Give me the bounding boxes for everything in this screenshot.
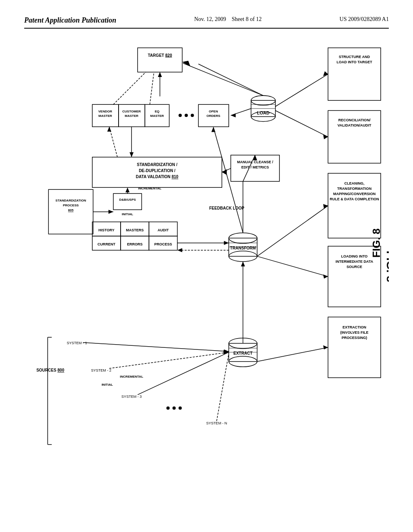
svg-marker-57 <box>129 152 133 157</box>
svg-text:PROCESS: PROCESS <box>154 242 172 246</box>
svg-text:INITIAL: INITIAL <box>102 383 113 387</box>
svg-marker-23 <box>158 72 162 77</box>
svg-text:RECONCILIATION/: RECONCILIATION/ <box>338 118 371 122</box>
svg-line-49 <box>150 73 154 104</box>
svg-text:HISTORY: HISTORY <box>98 228 115 232</box>
svg-text:VALIDATION/AUDIT: VALIDATION/AUDIT <box>338 123 371 127</box>
svg-line-140 <box>257 347 328 362</box>
figure-label: FIG. 8 <box>370 229 383 258</box>
svg-text:MASTERS: MASTERS <box>126 228 144 232</box>
svg-marker-77 <box>108 210 113 214</box>
svg-text:ERRORS: ERRORS <box>127 242 143 246</box>
svg-text:SOURCE: SOURCE <box>346 265 362 269</box>
svg-text:CUSTOMER: CUSTOMER <box>122 110 141 113</box>
svg-point-42 <box>179 114 182 117</box>
svg-line-136 <box>257 206 328 256</box>
svg-text:MASTER: MASTER <box>98 114 112 118</box>
svg-point-43 <box>185 114 188 117</box>
svg-point-112 <box>179 407 182 410</box>
svg-text:STRUCTURE AND: STRUCTURE AND <box>339 55 370 59</box>
svg-text:SYSTEM - N: SYSTEM - N <box>206 421 227 425</box>
svg-line-48 <box>113 72 146 104</box>
svg-text:CURRENT: CURRENT <box>98 242 116 246</box>
svg-text:TRANSFORMATION: TRANSFORMATION <box>337 187 371 191</box>
svg-point-110 <box>167 407 170 410</box>
svg-marker-129 <box>241 262 245 266</box>
svg-text:EXTRACT: EXTRACT <box>234 351 253 355</box>
svg-marker-141 <box>323 345 328 349</box>
publication-date: Nov. 12, 2009 <box>194 16 226 22</box>
svg-text:STANDARDIZATION: STANDARDIZATION <box>56 199 86 202</box>
svg-text:STANDARDIZATION /: STANDARDIZATION / <box>137 162 177 167</box>
publication-number: US 2009/0282089 A1 <box>340 16 389 23</box>
svg-text:SYSTEM - 3: SYSTEM - 3 <box>121 395 142 399</box>
svg-point-44 <box>191 114 194 117</box>
svg-text:INCREMENTAL: INCREMENTAL <box>120 375 143 378</box>
svg-text:LOAD: LOAD <box>257 110 269 115</box>
svg-text:MASTER: MASTER <box>150 114 164 118</box>
svg-marker-131 <box>211 127 215 132</box>
page: Patent Application Publication Nov. 12, … <box>0 0 413 532</box>
svg-line-122 <box>83 343 229 351</box>
svg-text:OPEN: OPEN <box>209 110 218 113</box>
svg-line-127 <box>217 353 229 421</box>
svg-line-32 <box>183 63 263 96</box>
svg-text:INITIAL: INITIAL <box>122 212 133 216</box>
publication-sheet: Sheet 8 of 12 <box>232 16 262 22</box>
svg-text:EDIT / METRICS: EDIT / METRICS <box>241 165 269 169</box>
svg-line-30 <box>198 64 263 96</box>
svg-text:SOURCES 800: SOURCES 800 <box>36 368 65 372</box>
svg-text:805: 805 <box>68 208 74 212</box>
diagram-area: STRUCTURE AND LOAD INTO TARGET RECONCILI… <box>24 33 389 500</box>
publication-date-sheet: Nov. 12, 2009 Sheet 8 of 12 <box>194 16 261 23</box>
svg-text:DATA VALDATION 810: DATA VALDATION 810 <box>136 175 179 179</box>
publication-title: Patent Application Publication <box>24 16 116 25</box>
svg-text:MASTER: MASTER <box>125 114 138 118</box>
svg-text:MANUAL CLEANSE /: MANUAL CLEANSE / <box>237 160 273 164</box>
svg-text:FIG. 8: FIG. 8 <box>384 251 389 282</box>
svg-text:EXTRACTION: EXTRACTION <box>342 325 366 329</box>
page-header: Patent Application Publication Nov. 12, … <box>24 16 389 29</box>
svg-text:SYSTEM - 1: SYSTEM - 1 <box>67 341 87 345</box>
svg-marker-51 <box>231 113 236 117</box>
svg-text:D&B/USPS: D&B/USPS <box>119 198 136 202</box>
svg-text:MAPPING/CONVERSION: MAPPING/CONVERSION <box>333 192 375 196</box>
svg-line-134 <box>275 110 328 137</box>
svg-text:LOADING INTO: LOADING INTO <box>341 254 368 258</box>
figure-8-svg: STRUCTURE AND LOAD INTO TARGET RECONCILI… <box>24 33 389 500</box>
svg-text:INTERMEDIATE DATA: INTERMEDIATE DATA <box>336 260 373 264</box>
svg-marker-71 <box>125 187 129 192</box>
svg-text:VENDOR: VENDOR <box>98 110 113 113</box>
svg-text:PROCESS: PROCESS <box>63 204 79 207</box>
svg-text:CLEANING,: CLEANING, <box>344 181 365 185</box>
svg-text:ORDERS: ORDERS <box>206 114 221 118</box>
svg-line-130 <box>213 127 243 233</box>
svg-marker-102 <box>177 248 182 252</box>
svg-line-132 <box>275 74 328 106</box>
svg-text:DE-DUPLICATION /: DE-DUPLICATION / <box>139 168 175 173</box>
svg-text:TRANSFORM: TRANSFORM <box>230 246 256 250</box>
svg-text:AUDIT: AUDIT <box>158 228 169 232</box>
svg-text:TARGET 820: TARGET 820 <box>148 53 172 58</box>
svg-marker-135 <box>323 135 328 139</box>
svg-text:SYSTEM - 2: SYSTEM - 2 <box>91 368 111 372</box>
svg-text:LOAD INTO TARGET: LOAD INTO TARGET <box>336 60 372 64</box>
svg-text:EQ: EQ <box>155 110 160 113</box>
svg-marker-59 <box>107 127 111 131</box>
svg-line-138 <box>257 256 328 276</box>
svg-text:PROCESSING): PROCESSING) <box>342 336 367 340</box>
svg-marker-139 <box>323 274 328 278</box>
svg-text:RULE & DATA COMPLETION: RULE & DATA COMPLETION <box>330 197 379 201</box>
svg-rect-20 <box>138 48 182 72</box>
svg-text:FEEDBACK LOOP: FEEDBACK LOOP <box>209 206 244 210</box>
svg-point-111 <box>173 407 176 410</box>
svg-marker-97 <box>224 241 229 245</box>
svg-text:INCREMENTAL: INCREMENTAL <box>138 187 162 190</box>
svg-text:(INVOLVES FILE: (INVOLVES FILE <box>340 330 369 335</box>
